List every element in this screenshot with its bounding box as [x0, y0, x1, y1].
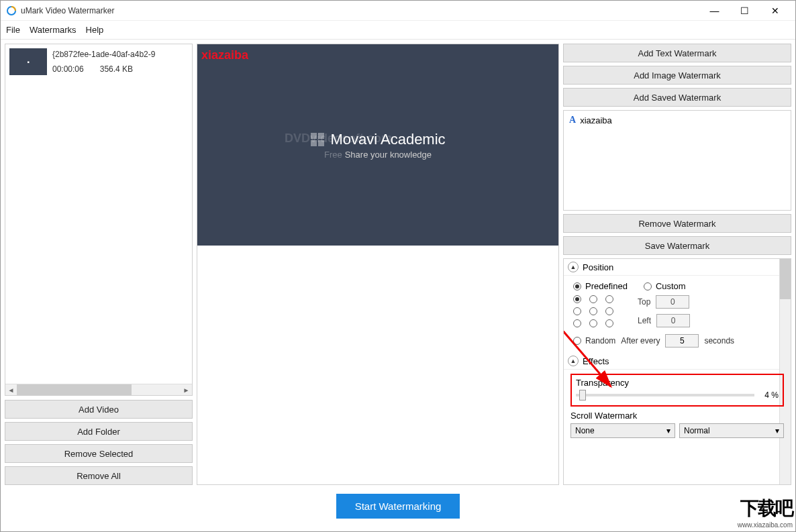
scroll-watermark-label: Scroll Watermark: [570, 411, 784, 421]
site-watermark-url: www.xiazaiba.com: [738, 521, 793, 529]
video-list[interactable]: ■ {2b872fee-1ade-40af-a4b2-9 00:00:06 35…: [5, 44, 193, 396]
remove-selected-button[interactable]: Remove Selected: [5, 444, 193, 463]
predefined-radio[interactable]: Predefined: [573, 281, 628, 291]
after-every-label: After every: [621, 336, 660, 345]
top-input[interactable]: [656, 295, 689, 309]
watermark-overlay-text[interactable]: xiazaiba: [201, 48, 248, 62]
position-section-header[interactable]: ▲ Position: [564, 259, 791, 276]
scroll-speed-value: Normal: [684, 426, 710, 435]
grid-pos-bl[interactable]: [573, 319, 581, 327]
add-text-watermark-button[interactable]: Add Text Watermark: [563, 44, 791, 62]
preview-subtitle: Share your knowledge: [345, 150, 432, 160]
grid-pos-ml[interactable]: [573, 307, 581, 315]
title-bar: uMark Video Watermarker — ☐ ✕: [1, 1, 795, 21]
text-watermark-icon: A: [569, 115, 576, 125]
transparency-label: Transparency: [576, 378, 779, 388]
scroll-speed-dropdown[interactable]: Normal ▾: [679, 423, 784, 438]
radio-icon: [644, 282, 652, 290]
left-input[interactable]: [656, 314, 690, 327]
main-area: ■ {2b872fee-1ade-40af-a4b2-9 00:00:06 35…: [1, 40, 795, 489]
menu-watermarks[interactable]: Watermarks: [30, 25, 77, 35]
ghost-watermark: DVDvideosoft.com: [285, 131, 392, 146]
video-size: 356.4 KB: [100, 64, 133, 74]
save-watermark-button[interactable]: Save Watermark: [563, 236, 791, 255]
chevron-down-icon: ▾: [666, 426, 670, 435]
effects-section-body: Transparency 4 % Scroll Watermark None ▾: [564, 370, 791, 445]
watermark-list[interactable]: A xiazaiba: [563, 110, 791, 211]
menu-file[interactable]: File: [6, 25, 20, 35]
random-radio[interactable]: Random: [573, 336, 615, 345]
horizontal-scrollbar[interactable]: ◄ ►: [5, 384, 192, 395]
grid-pos-bc[interactable]: [589, 319, 597, 327]
slider-thumb[interactable]: [579, 390, 586, 401]
chevron-up-icon: ▲: [568, 356, 579, 366]
transparency-slider[interactable]: [576, 394, 754, 396]
app-logo-icon: [6, 5, 17, 16]
vscroll-thumb[interactable]: [780, 259, 791, 299]
scroll-thumb[interactable]: [17, 384, 132, 396]
top-label: Top: [638, 297, 650, 307]
position-header-label: Position: [583, 262, 613, 272]
menu-bar: File Watermarks Help: [1, 21, 795, 40]
start-watermarking-button[interactable]: Start Watermarking: [336, 494, 460, 519]
grid-pos-tr[interactable]: [605, 295, 613, 303]
watermark-list-item[interactable]: A xiazaiba: [565, 112, 789, 128]
transparency-value: 4 %: [758, 390, 779, 400]
left-label: Left: [638, 316, 651, 325]
position-section-body: Predefined Custom: [564, 276, 791, 353]
watermark-item-name: xiazaiba: [580, 115, 612, 125]
scroll-mode-dropdown[interactable]: None ▾: [570, 423, 675, 438]
video-name: {2b872fee-1ade-40af-a4b2-9: [52, 50, 155, 59]
grid-pos-mr[interactable]: [605, 307, 613, 315]
maximize-button[interactable]: ☐: [730, 1, 760, 20]
close-button[interactable]: ✕: [760, 1, 790, 20]
predefined-label: Predefined: [585, 281, 628, 291]
grid-pos-tl[interactable]: [573, 295, 581, 303]
scroll-left-icon[interactable]: ◄: [5, 384, 17, 396]
position-grid[interactable]: [573, 295, 617, 327]
effects-header-label: Effects: [583, 356, 609, 366]
settings-panel: ▲ Position Predefined Custom: [563, 258, 791, 485]
preview-panel: xiazaiba DVDvideosoft.com Movavi Academi…: [197, 44, 559, 485]
video-meta: {2b872fee-1ade-40af-a4b2-9 00:00:06 356.…: [52, 48, 155, 75]
right-panel: Add Text Watermark Add Image Watermark A…: [563, 44, 791, 485]
radio-icon: [573, 282, 581, 290]
ghost-prefix: Free: [324, 150, 342, 160]
add-image-watermark-button[interactable]: Add Image Watermark: [563, 66, 791, 85]
video-thumbnail: ■: [9, 48, 47, 75]
chevron-up-icon: ▲: [568, 262, 579, 272]
custom-radio[interactable]: Custom: [644, 281, 686, 291]
grid-pos-br[interactable]: [605, 319, 613, 327]
bottom-bar: Start Watermarking: [1, 489, 795, 523]
left-panel: ■ {2b872fee-1ade-40af-a4b2-9 00:00:06 35…: [5, 44, 193, 485]
video-duration: 00:00:06: [52, 64, 84, 74]
radio-icon: [573, 337, 581, 345]
grid-pos-tc[interactable]: [589, 295, 597, 303]
scroll-mode-value: None: [575, 426, 595, 435]
grid-pos-mc[interactable]: [589, 307, 597, 315]
seconds-label: seconds: [704, 336, 734, 345]
transparency-highlight-box: Transparency 4 %: [570, 374, 784, 407]
window-title: uMark Video Watermarker: [21, 6, 699, 15]
window-controls: — ☐ ✕: [699, 1, 790, 20]
video-preview[interactable]: xiazaiba DVDvideosoft.com Movavi Academi…: [197, 44, 558, 246]
scroll-right-icon[interactable]: ►: [181, 384, 192, 396]
random-label: Random: [585, 336, 615, 345]
menu-help[interactable]: Help: [86, 25, 104, 35]
remove-watermark-button[interactable]: Remove Watermark: [563, 214, 791, 233]
site-watermark: 下载吧 www.xiazaiba.com: [738, 496, 793, 529]
video-list-item[interactable]: ■ {2b872fee-1ade-40af-a4b2-9 00:00:06 35…: [5, 44, 192, 79]
chevron-down-icon: ▾: [775, 426, 779, 435]
remove-all-button[interactable]: Remove All: [5, 466, 193, 485]
effects-section-header[interactable]: ▲ Effects: [564, 353, 791, 370]
add-saved-watermark-button[interactable]: Add Saved Watermark: [563, 88, 791, 107]
add-video-button[interactable]: Add Video: [5, 400, 193, 419]
site-watermark-big: 下载吧: [738, 496, 793, 521]
add-folder-button[interactable]: Add Folder: [5, 422, 193, 441]
after-every-input[interactable]: [665, 334, 699, 348]
minimize-button[interactable]: —: [699, 1, 730, 20]
custom-label: Custom: [656, 281, 686, 291]
